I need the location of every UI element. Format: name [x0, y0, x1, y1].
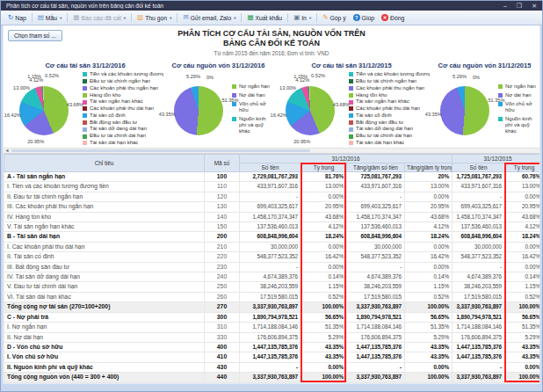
- table-row[interactable]: B - Tài sản dài hạn200608,848,996,60418.…: [4, 232, 540, 242]
- pie-slice-label: 0.52%: [311, 73, 325, 78]
- row-value: 0.00%: [301, 242, 347, 251]
- table-row[interactable]: IV. Tài sản dở dang dài hạn2404,674,389,…: [4, 272, 540, 282]
- legend-label: Tài sản ngắn hạn khác: [356, 98, 409, 105]
- legend-label: Tài sản ngắn hạn khác: [90, 98, 143, 105]
- row-value: 20.95%: [301, 202, 347, 212]
- toolbar-button-gop-y[interactable]: ✎Góp ý: [319, 13, 349, 22]
- table-row[interactable]: II. Nguồn kinh phí và quỹ khác430-0.00%-…: [4, 362, 540, 372]
- table-row[interactable]: I. Tiền và các khoản tương đương tiền110…: [4, 182, 540, 192]
- toolbar-button-nap[interactable]: ↻Nạp: [4, 13, 30, 22]
- toolbar-button-bao-cao-da-cat[interactable]: ▦Báo cáo đã cất▾: [69, 13, 129, 22]
- legend-item: Đầu tư tài chính dài hạn: [349, 133, 430, 140]
- row-code: 130: [205, 202, 240, 212]
- pie-slice-label: 5.29%: [186, 74, 200, 79]
- row-label: VI. Tài sản dài hạn khác: [4, 292, 205, 301]
- close-button[interactable]: ✕: [532, 1, 537, 11]
- toolbar-button-label: Góp ý: [329, 15, 345, 21]
- column-subheader: Tỷ trọng: [301, 163, 347, 172]
- row-value: 4.12%: [405, 222, 452, 232]
- legend-label: Nợ ngắn hạn: [239, 83, 270, 90]
- title-bar: Phân tích cơ cấu tài sản, nguồn vốn trên…: [1, 1, 542, 11]
- row-label: I. Vốn chủ sở hữu: [4, 352, 205, 362]
- row-label: III. Các khoản phải thu ngắn hạn: [4, 202, 205, 212]
- pie: [174, 86, 223, 135]
- table-row[interactable]: III. Bất động sản đầu tư230-0.00%-0.00%-…: [4, 262, 540, 272]
- row-value: 548,377,523,352: [452, 252, 505, 262]
- toolbar-button-dong[interactable]: ✕Đóng: [378, 13, 408, 22]
- legend-label: Các khoản phải thu ngắn hạn: [356, 85, 424, 92]
- table-row[interactable]: VI. Tài sản dài hạn khác26017,519,580,01…: [4, 292, 540, 301]
- minimize-button[interactable]: –: [503, 1, 507, 11]
- row-value: 4.12%: [505, 222, 540, 232]
- toolbar-button-xuat-khau[interactable]: ▦Xuất khẩu: [243, 13, 286, 22]
- pie: [286, 86, 335, 135]
- row-value: 1,890,794,978,521: [452, 312, 505, 322]
- row-value: 1,447,135,785,376: [240, 342, 301, 352]
- legend-item: Tài sản ngắn hạn khác: [83, 98, 163, 105]
- row-value: 0.00%: [405, 362, 452, 372]
- table-row[interactable]: D - Vốn chủ sở hữu4001,447,135,785,37643…: [4, 342, 540, 352]
- row-value: 18.24%: [405, 232, 452, 242]
- table-row[interactable]: A - Tài sản ngắn hạn1002,729,081,767,293…: [4, 172, 540, 182]
- table-row[interactable]: Tổng cộng nguồn vốn (440 = 300 + 400)440…: [4, 373, 540, 382]
- maximize-button[interactable]: ❒: [517, 1, 522, 11]
- row-value: -: [240, 192, 301, 201]
- legend-item: Tài sản cố định: [349, 113, 430, 120]
- row-value: 1,890,794,978,521: [347, 312, 405, 322]
- table-container: Chỉ tiêuMã số31/12/201631/12/2015Số tiền…: [4, 154, 539, 383]
- report-subtitle: Từ năm 2015 đến năm 2016; Đơn vị tính: V…: [4, 50, 539, 56]
- legend-swatch: [349, 93, 353, 98]
- table-row[interactable]: V. Tài sản ngắn hạn khác150137,536,460,0…: [4, 222, 540, 232]
- legend-swatch: [498, 117, 503, 121]
- legend-label: Đầu tư tài chính ngắn hạn: [356, 78, 416, 85]
- scrollbar-thumb[interactable]: [11, 149, 310, 152]
- legend-swatch: [349, 134, 353, 139]
- pie-chart-1: Cơ cấu tài sản 31/12/201643.68%20.95%16.…: [5, 62, 165, 148]
- pie-area: 43.68%20.95%16.42%13.00%4.12%1.15%0.52%: [272, 70, 349, 148]
- pie-slice-label: 0%: [473, 75, 480, 80]
- row-value: 20.95%: [505, 202, 540, 212]
- row-value: -: [452, 262, 505, 272]
- table-row[interactable]: V. Đầu tư tài chính dài hạn25038,246,203…: [4, 282, 540, 292]
- pie-slice-label: 0%: [206, 75, 214, 80]
- table-row[interactable]: I. Nợ ngắn hạn3101,714,188,084,14651.35%…: [4, 323, 540, 332]
- pie-slice-label: 20.95%: [27, 139, 44, 144]
- chart-legend: Tiền và các khoản tương đương tiềnĐầu tư…: [83, 70, 165, 148]
- row-label: I. Nợ ngắn hạn: [4, 323, 205, 332]
- legend-label: Tài sản dài hạn khác: [356, 140, 404, 147]
- table-row[interactable]: II. Tài sản cố định220548,377,523,35216.…: [4, 252, 540, 262]
- column-subheader: Tăng/giảm tỷ trọng: [405, 163, 452, 172]
- table-row[interactable]: Tổng cộng nợ tài sản (270=100+200)2703,3…: [4, 302, 540, 312]
- row-value: -: [452, 362, 505, 372]
- collapse-icon: ▥: [137, 14, 143, 21]
- legend-label: Nợ dài hạn: [505, 92, 532, 98]
- chart-title: Cơ cấu tài sản 31/12/2015: [272, 62, 431, 69]
- table-row[interactable]: IV. Hàng tồn kho1401,458,170,374,34743.6…: [4, 212, 540, 221]
- table-row[interactable]: II. Đầu tư tài chính ngắn hạn120-0.00%-0…: [4, 192, 540, 201]
- app-window: Phân tích cơ cấu tài sản, nguồn vốn trên…: [1, 1, 542, 391]
- choose-parameters-button[interactable]: Chọn tham số ...: [8, 30, 62, 41]
- print-icon: ▣: [293, 14, 300, 21]
- row-value: 30,000,000: [347, 242, 405, 251]
- toolbar-button-gui-email-zalo[interactable]: ✉Gửi email, Zalo▾: [179, 13, 239, 22]
- legend-item: Các khoản phải thu dài hạn: [349, 105, 430, 113]
- table-row[interactable]: C - Nợ phải trả3001,890,794,978,52156.65…: [4, 312, 540, 322]
- scroll-left-arrow-icon[interactable]: ◄: [4, 148, 11, 154]
- chart-title: Cơ cấu tài sản 31/12/2016: [5, 62, 165, 69]
- horizontal-scrollbar[interactable]: ◄: [4, 148, 539, 154]
- legend-item: Đầu tư tài chính ngắn hạn: [349, 78, 430, 85]
- toolbar-button-mau[interactable]: ▤Mẫu▾: [34, 13, 66, 22]
- row-value: 43.35%: [505, 342, 540, 352]
- toolbar-button-giup[interactable]: ?Giúp: [350, 13, 378, 22]
- pie-area: 51.35%43.35%5.29%0%: [431, 70, 498, 148]
- row-value: 608,848,996,604: [347, 232, 405, 242]
- table-row[interactable]: I. Vốn chủ sở hữu4101,447,135,785,37643.…: [4, 352, 540, 362]
- help-icon: ?: [353, 14, 360, 21]
- table-row[interactable]: III. Các khoản phải thu ngắn hạn130699,4…: [4, 202, 540, 212]
- table-row[interactable]: II. Nợ dài hạn330176,606,894,3755.29%176…: [4, 332, 540, 342]
- row-value: 608,848,996,604: [240, 232, 301, 242]
- toolbar-button-in[interactable]: ▣In▾: [290, 13, 315, 22]
- table-row[interactable]: I. Các khoản phải thu dài hạn21030,000,0…: [4, 242, 540, 251]
- row-value: 81.76%: [301, 172, 347, 182]
- toolbar-button-thu-gon[interactable]: ▥Thu gọn▾: [134, 13, 175, 22]
